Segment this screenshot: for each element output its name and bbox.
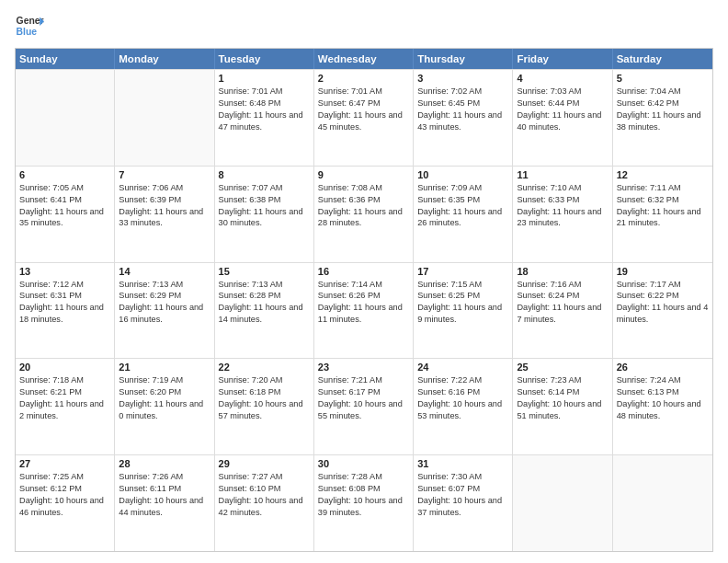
daylight-text: Daylight: 11 hours and 30 minutes. bbox=[219, 206, 310, 230]
sunset-text: Sunset: 6:42 PM bbox=[617, 98, 709, 109]
sunset-text: Sunset: 6:24 PM bbox=[517, 290, 608, 302]
calendar-cell: 27Sunrise: 7:25 AMSunset: 6:12 PMDayligh… bbox=[16, 455, 115, 551]
sunrise-text: Sunrise: 7:06 AM bbox=[119, 182, 210, 194]
calendar-header-cell: Tuesday bbox=[215, 49, 314, 69]
logo-icon: General Blue bbox=[15, 11, 44, 40]
daylight-text: Daylight: 11 hours and 4 minutes. bbox=[617, 302, 709, 326]
daylight-text: Daylight: 11 hours and 40 minutes. bbox=[517, 109, 608, 133]
sunset-text: Sunset: 6:29 PM bbox=[119, 290, 210, 302]
daylight-text: Daylight: 10 hours and 39 minutes. bbox=[318, 495, 409, 519]
sunset-text: Sunset: 6:47 PM bbox=[318, 98, 409, 109]
day-number: 3 bbox=[417, 73, 508, 84]
day-number: 20 bbox=[19, 362, 110, 373]
calendar-cell bbox=[613, 455, 712, 551]
calendar-cell: 20Sunrise: 7:18 AMSunset: 6:21 PMDayligh… bbox=[16, 359, 115, 454]
sunrise-text: Sunrise: 7:21 AM bbox=[318, 374, 409, 386]
daylight-text: Daylight: 11 hours and 47 minutes. bbox=[219, 109, 310, 133]
logo: General Blue bbox=[15, 11, 44, 40]
sunset-text: Sunset: 6:26 PM bbox=[318, 290, 409, 302]
day-number: 14 bbox=[119, 266, 210, 277]
calendar-cell bbox=[115, 70, 214, 166]
sunset-text: Sunset: 6:13 PM bbox=[617, 386, 709, 398]
day-number: 10 bbox=[417, 169, 508, 180]
sunset-text: Sunset: 6:38 PM bbox=[219, 194, 310, 206]
sunrise-text: Sunrise: 7:08 AM bbox=[318, 182, 409, 194]
day-number: 11 bbox=[517, 169, 608, 180]
day-number: 25 bbox=[517, 362, 608, 373]
calendar-cell: 11Sunrise: 7:10 AMSunset: 6:33 PMDayligh… bbox=[513, 167, 612, 262]
calendar-cell: 16Sunrise: 7:14 AMSunset: 6:26 PMDayligh… bbox=[314, 263, 414, 359]
calendar-cell: 5Sunrise: 7:04 AMSunset: 6:42 PMDaylight… bbox=[613, 70, 712, 166]
sunrise-text: Sunrise: 7:13 AM bbox=[119, 279, 210, 291]
daylight-text: Daylight: 11 hours and 28 minutes. bbox=[318, 206, 409, 230]
sunset-text: Sunset: 6:14 PM bbox=[517, 386, 608, 398]
calendar-week-row: 27Sunrise: 7:25 AMSunset: 6:12 PMDayligh… bbox=[16, 454, 712, 551]
sunrise-text: Sunrise: 7:24 AM bbox=[617, 374, 709, 386]
daylight-text: Daylight: 11 hours and 26 minutes. bbox=[417, 206, 508, 230]
daylight-text: Daylight: 10 hours and 53 minutes. bbox=[417, 398, 508, 422]
day-number: 17 bbox=[417, 266, 508, 277]
calendar-cell bbox=[513, 455, 612, 551]
daylight-text: Daylight: 11 hours and 18 minutes. bbox=[19, 302, 110, 326]
sunrise-text: Sunrise: 7:05 AM bbox=[19, 182, 110, 194]
day-number: 1 bbox=[219, 73, 310, 84]
sunset-text: Sunset: 6:32 PM bbox=[617, 194, 709, 206]
daylight-text: Daylight: 11 hours and 0 minutes. bbox=[119, 398, 210, 422]
day-number: 27 bbox=[19, 458, 110, 469]
day-number: 12 bbox=[617, 169, 709, 180]
sunrise-text: Sunrise: 7:07 AM bbox=[219, 182, 310, 194]
daylight-text: Daylight: 11 hours and 7 minutes. bbox=[517, 302, 608, 326]
calendar-cell: 14Sunrise: 7:13 AMSunset: 6:29 PMDayligh… bbox=[115, 263, 214, 359]
sunrise-text: Sunrise: 7:16 AM bbox=[517, 279, 608, 291]
calendar-cell: 12Sunrise: 7:11 AMSunset: 6:32 PMDayligh… bbox=[613, 167, 712, 262]
daylight-text: Daylight: 10 hours and 44 minutes. bbox=[119, 495, 210, 519]
sunrise-text: Sunrise: 7:23 AM bbox=[517, 374, 608, 386]
sunset-text: Sunset: 6:35 PM bbox=[417, 194, 508, 206]
calendar-cell: 9Sunrise: 7:08 AMSunset: 6:36 PMDaylight… bbox=[314, 167, 414, 262]
daylight-text: Daylight: 11 hours and 35 minutes. bbox=[19, 206, 110, 230]
calendar-cell: 13Sunrise: 7:12 AMSunset: 6:31 PMDayligh… bbox=[16, 263, 115, 359]
calendar-cell: 8Sunrise: 7:07 AMSunset: 6:38 PMDaylight… bbox=[215, 167, 314, 262]
calendar-cell: 21Sunrise: 7:19 AMSunset: 6:20 PMDayligh… bbox=[115, 359, 214, 454]
sunrise-text: Sunrise: 7:10 AM bbox=[517, 182, 608, 194]
calendar-header-cell: Monday bbox=[115, 49, 214, 69]
daylight-text: Daylight: 10 hours and 55 minutes. bbox=[318, 398, 409, 422]
daylight-text: Daylight: 10 hours and 51 minutes. bbox=[517, 398, 608, 422]
calendar-header-cell: Saturday bbox=[613, 49, 712, 69]
daylight-text: Daylight: 10 hours and 37 minutes. bbox=[417, 495, 508, 519]
calendar-header-cell: Sunday bbox=[16, 49, 115, 69]
daylight-text: Daylight: 10 hours and 57 minutes. bbox=[219, 398, 310, 422]
daylight-text: Daylight: 11 hours and 38 minutes. bbox=[617, 109, 709, 133]
daylight-text: Daylight: 11 hours and 16 minutes. bbox=[119, 302, 210, 326]
sunrise-text: Sunrise: 7:18 AM bbox=[19, 374, 110, 386]
sunset-text: Sunset: 6:33 PM bbox=[517, 194, 608, 206]
sunrise-text: Sunrise: 7:27 AM bbox=[219, 471, 310, 483]
sunset-text: Sunset: 6:10 PM bbox=[219, 483, 310, 495]
calendar-cell: 3Sunrise: 7:02 AMSunset: 6:45 PMDaylight… bbox=[414, 70, 513, 166]
calendar-cell: 1Sunrise: 7:01 AMSunset: 6:48 PMDaylight… bbox=[215, 70, 314, 166]
daylight-text: Daylight: 11 hours and 45 minutes. bbox=[318, 109, 409, 133]
day-number: 4 bbox=[517, 73, 608, 84]
sunset-text: Sunset: 6:44 PM bbox=[517, 98, 608, 109]
calendar-cell: 19Sunrise: 7:17 AMSunset: 6:22 PMDayligh… bbox=[613, 263, 712, 359]
daylight-text: Daylight: 11 hours and 9 minutes. bbox=[417, 302, 508, 326]
day-number: 2 bbox=[318, 73, 409, 84]
daylight-text: Daylight: 10 hours and 48 minutes. bbox=[617, 398, 709, 422]
daylight-text: Daylight: 11 hours and 23 minutes. bbox=[517, 206, 608, 230]
calendar-cell: 10Sunrise: 7:09 AMSunset: 6:35 PMDayligh… bbox=[414, 167, 513, 262]
sunrise-text: Sunrise: 7:19 AM bbox=[119, 374, 210, 386]
day-number: 18 bbox=[517, 266, 608, 277]
calendar-cell: 2Sunrise: 7:01 AMSunset: 6:47 PMDaylight… bbox=[314, 70, 414, 166]
day-number: 22 bbox=[219, 362, 310, 373]
sunrise-text: Sunrise: 7:01 AM bbox=[318, 86, 409, 98]
sunset-text: Sunset: 6:20 PM bbox=[119, 386, 210, 398]
day-number: 5 bbox=[617, 73, 709, 84]
calendar-week-row: 6Sunrise: 7:05 AMSunset: 6:41 PMDaylight… bbox=[16, 166, 712, 262]
sunset-text: Sunset: 6:39 PM bbox=[119, 194, 210, 206]
sunset-text: Sunset: 6:45 PM bbox=[417, 98, 508, 109]
daylight-text: Daylight: 11 hours and 21 minutes. bbox=[617, 206, 709, 230]
sunset-text: Sunset: 6:48 PM bbox=[219, 98, 310, 109]
page: General Blue SundayMondayTuesdayWednesda… bbox=[0, 0, 728, 563]
sunset-text: Sunset: 6:16 PM bbox=[417, 386, 508, 398]
sunrise-text: Sunrise: 7:17 AM bbox=[617, 279, 709, 291]
